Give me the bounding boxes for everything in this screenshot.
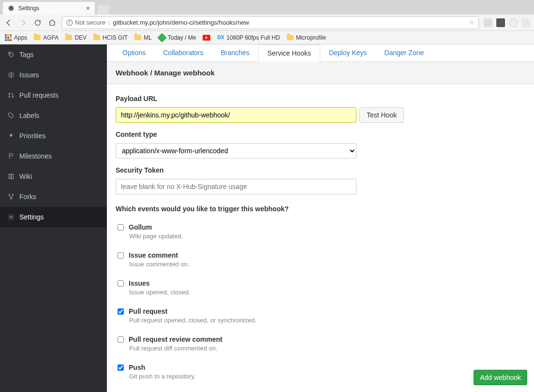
bookmark-star-icon[interactable]: ☆ xyxy=(469,19,475,26)
ext-icon[interactable] xyxy=(496,18,505,27)
event-desc: Pull request diff commented on. xyxy=(129,345,525,352)
add-webhook-button[interactable]: Add webhook xyxy=(474,370,527,385)
panel-title: Webhook / Manage webhook xyxy=(107,62,534,84)
svg-point-11 xyxy=(12,96,13,97)
event-checkbox[interactable] xyxy=(118,336,124,343)
tab-deploy-keys[interactable]: Deploy Keys xyxy=(320,44,376,61)
tag-icon xyxy=(8,51,15,58)
event-name: Issue comment xyxy=(129,251,178,259)
sidebar-item-wiki[interactable]: Wiki xyxy=(0,166,107,187)
bookmark-item[interactable]: HCIS GIT xyxy=(93,34,128,41)
event-checkbox[interactable] xyxy=(118,280,124,287)
bookmark-item[interactable]: ML xyxy=(134,34,152,41)
extension-icons xyxy=(484,18,530,27)
sidebar-item-label: Wiki xyxy=(19,173,32,180)
event-checkbox[interactable] xyxy=(118,364,124,371)
label-icon xyxy=(8,112,15,119)
sidebar-item-settings[interactable]: Settings xyxy=(0,207,107,227)
svg-point-1 xyxy=(10,7,13,10)
bookmark-item[interactable]: Microprofile xyxy=(287,34,326,41)
fork-icon xyxy=(8,193,15,200)
new-tab-button[interactable] xyxy=(98,5,109,15)
browser-navbar: Not secure | gitbucket.my.pc/john/demo-c… xyxy=(0,15,534,31)
sidebar-item-label: Milestones xyxy=(19,152,52,160)
tab-danger-zone[interactable]: Danger Zone xyxy=(376,44,433,61)
close-icon[interactable]: × xyxy=(86,4,90,12)
sidebar-item-label: Tags xyxy=(19,51,34,58)
event-desc: Issue opened, closed. xyxy=(129,289,525,296)
ext-icon[interactable] xyxy=(484,18,492,27)
content-type-select[interactable]: application/x-www-form-urlencoded xyxy=(116,143,356,159)
book-icon xyxy=(8,173,15,180)
sidebar-item-label: Pull requests xyxy=(19,91,59,99)
home-icon[interactable] xyxy=(47,18,57,28)
svg-point-13 xyxy=(12,194,13,195)
bookmark-item[interactable]: DX1080P 60fps Full HD xyxy=(217,34,280,41)
issue-icon xyxy=(8,72,15,78)
event-name: Pull request review comment xyxy=(129,335,222,343)
webhook-form: Payload URL Test Hook Content type appli… xyxy=(107,84,534,392)
bookmark-item[interactable]: Today / Me xyxy=(159,34,196,41)
milestone-icon xyxy=(8,153,15,160)
bookmark-item[interactable]: AGFA xyxy=(34,34,59,41)
tab-options[interactable]: Options xyxy=(114,44,154,61)
svg-rect-4 xyxy=(69,24,70,24)
settings-tabs: Options Collaborators Branches Service H… xyxy=(107,44,534,62)
svg-rect-3 xyxy=(69,21,70,23)
event-desc: Issue commented on. xyxy=(129,261,525,268)
sidebar-item-label: Forks xyxy=(19,193,36,201)
site-icon xyxy=(8,5,15,12)
sidebar-item-pull-requests[interactable]: Pull requests xyxy=(0,85,107,105)
svg-rect-8 xyxy=(11,76,11,76)
event-name: Push xyxy=(129,363,145,371)
svg-point-5 xyxy=(10,53,11,54)
event-desc: Pull request opened, closed, or synchron… xyxy=(129,317,525,324)
sidebar-item-label: Priorities xyxy=(19,132,45,140)
tab-service-hooks[interactable]: Service Hooks xyxy=(258,44,320,62)
gear-icon xyxy=(8,214,15,220)
reload-icon[interactable] xyxy=(33,18,43,28)
bookmark-item[interactable] xyxy=(203,35,210,41)
secure-indicator: Not secure xyxy=(66,19,105,26)
event-checkbox[interactable] xyxy=(118,252,124,259)
tab-title: Settings xyxy=(18,5,39,12)
svg-point-12 xyxy=(9,194,10,195)
tab-collaborators[interactable]: Collaborators xyxy=(154,44,212,61)
svg-point-10 xyxy=(9,96,10,97)
events-question: Which events would you like to trigger t… xyxy=(116,205,525,213)
priority-icon xyxy=(8,132,15,139)
svg-point-9 xyxy=(9,93,10,94)
sidebar-item-priorities[interactable]: Priorities xyxy=(0,126,107,146)
payload-url-label: Payload URL xyxy=(116,95,525,102)
event-checkbox[interactable] xyxy=(118,224,124,231)
sidebar-item-issues[interactable]: Issues xyxy=(0,65,107,85)
sidebar-item-label: Labels xyxy=(19,112,39,119)
sidebar-item-forks[interactable]: Forks xyxy=(0,187,107,207)
back-icon[interactable] xyxy=(4,18,14,28)
sidebar-item-tags[interactable]: Tags xyxy=(0,44,107,65)
event-desc: Wiki page updated. xyxy=(129,232,525,240)
pull-request-icon xyxy=(8,92,15,99)
forward-icon xyxy=(18,18,28,28)
tab-branches[interactable]: Branches xyxy=(212,44,258,61)
sidebar-item-labels[interactable]: Labels xyxy=(0,105,107,126)
security-token-input[interactable] xyxy=(116,179,356,194)
bookmark-item[interactable]: DEV xyxy=(65,34,87,41)
event-name: Issues xyxy=(129,279,150,287)
ext-icon[interactable] xyxy=(509,18,518,27)
url-bar[interactable]: Not secure | gitbucket.my.pc/john/demo-c… xyxy=(62,16,479,29)
browser-tab[interactable]: Settings × xyxy=(3,2,95,15)
apps-button[interactable]: Apps xyxy=(5,34,27,41)
ext-icon[interactable] xyxy=(521,18,530,27)
bookmarks-bar: Apps AGFA DEV HCIS GIT ML Today / Me DX1… xyxy=(0,31,534,44)
svg-point-15 xyxy=(10,216,12,218)
event-checkbox[interactable] xyxy=(118,308,124,315)
url-text: gitbucket.my.pc/john/demo-ci/settings/ho… xyxy=(113,19,466,26)
payload-url-input[interactable] xyxy=(116,107,356,123)
sidebar: Tags Issues Pull requests Labels Priorit… xyxy=(0,44,107,392)
content-type-label: Content type xyxy=(116,131,525,138)
security-token-label: Security Token xyxy=(116,166,525,174)
test-hook-button[interactable]: Test Hook xyxy=(359,107,404,123)
event-desc: Git push to a repository. xyxy=(129,373,525,380)
sidebar-item-milestones[interactable]: Milestones xyxy=(0,146,107,166)
